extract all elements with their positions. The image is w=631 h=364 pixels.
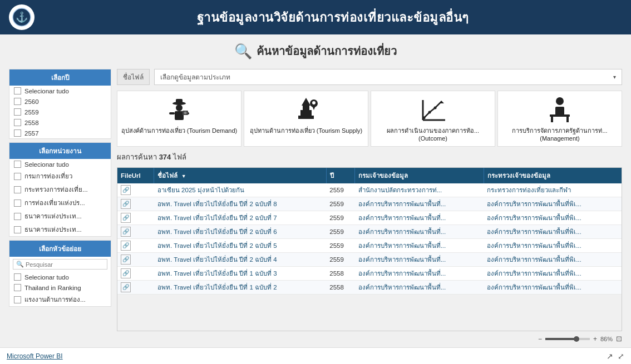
dept-tat[interactable]: การท่องเที่ยวแห่งปร... xyxy=(9,196,111,210)
file-link-icon[interactable]: 🔗 xyxy=(121,241,131,251)
cell-fileurl[interactable]: 🔗 xyxy=(117,266,154,280)
year-2560-checkbox[interactable] xyxy=(14,98,21,105)
category-tourism-demand[interactable]: อุปสงค์ด้านการท่องเที่ยว (Tourism Demand… xyxy=(117,91,241,147)
cell-ministry: องค์การบริหารการพัฒนาพื้นที่พิเ... xyxy=(484,211,622,225)
dept-bank1-label: ธนาคารแห่งประเท... xyxy=(24,211,82,221)
dept-ministry-checkbox[interactable] xyxy=(14,186,21,193)
cell-fileurl[interactable]: 🔗 xyxy=(117,183,154,197)
cell-ministry: กระทรวงการท่องเที่ยวและกีฬา xyxy=(484,183,622,197)
cell-fileurl[interactable]: 🔗 xyxy=(117,197,154,211)
dept-bank1-checkbox[interactable] xyxy=(14,213,21,220)
dept-bank1[interactable]: ธนาคารแห่งประเท... xyxy=(9,210,111,223)
dept-select-all[interactable]: Selecionar tudo xyxy=(9,159,111,169)
dept-bank2-label: ธนาคารแห่งประเท... xyxy=(24,225,82,235)
cell-department: องค์การบริหารการพัฒนาพื้นที่... xyxy=(355,238,484,252)
results-table: FileUrl ชื่อไฟล์ ▼ ปี กรมเจ้าของข้อมูล ก… xyxy=(117,168,622,295)
share-icon[interactable]: ↗ xyxy=(607,352,613,361)
year-2558-checkbox[interactable] xyxy=(14,119,21,126)
year-select-all[interactable]: Selecionar tudo xyxy=(9,86,111,96)
subtopic-select-all-checkbox[interactable] xyxy=(14,273,21,281)
file-link-icon[interactable]: 🔗 xyxy=(121,213,131,223)
year-2557-checkbox[interactable] xyxy=(14,129,21,137)
subtopic-thailand-ranking[interactable]: Thailand in Ranking xyxy=(9,282,111,293)
category-tourism-supply[interactable]: อุปทานด้านการท่องเที่ยว (Tourism Supply) xyxy=(244,91,368,147)
category-management[interactable]: การบริการจัดการภาครัฐด้านการท่... (Manag… xyxy=(497,91,622,147)
year-2557[interactable]: 2557 xyxy=(9,128,111,138)
file-link-icon[interactable]: 🔗 xyxy=(121,185,131,195)
cell-fileurl[interactable]: 🔗 xyxy=(117,211,154,225)
svg-point-23 xyxy=(556,97,564,105)
table-row[interactable]: 🔗 อาเซียน 2025 มุ่งหน้าไปด้วยกัน 2559 สำ… xyxy=(117,183,622,197)
subtopic-labor-checkbox[interactable] xyxy=(14,296,21,303)
subtopic-select-all[interactable]: Selecionar tudo xyxy=(9,272,111,282)
file-link-icon[interactable]: 🔗 xyxy=(121,268,131,278)
year-2559[interactable]: 2559 xyxy=(9,107,111,117)
filename-sort-icon: ▼ xyxy=(181,173,186,179)
cell-filename: อพท. Travel เที่ยวไปให้ยั่งยืน ปีที่ 2 ฉ… xyxy=(154,197,326,211)
dept-ministry-tourism[interactable]: กระทรวงการท่องเที่ย... xyxy=(9,183,111,196)
subtopic-labor[interactable]: แรงงานด้านการท่อง... xyxy=(9,293,111,306)
zoom-slider[interactable] xyxy=(545,338,590,340)
dept-select-all-checkbox[interactable] xyxy=(14,161,21,168)
col-ministry: กระทรวงเจ้าของข้อมูล xyxy=(484,168,622,183)
year-2560[interactable]: 2560 xyxy=(9,96,111,107)
year-section-header: เลือกปี xyxy=(9,69,111,86)
category-cards: อุปสงค์ด้านการท่องเที่ยว (Tourism Demand… xyxy=(117,91,622,147)
table-row[interactable]: 🔗 อพท. Travel เที่ยวไปให้ยั่งยืน ปีที่ 2… xyxy=(117,238,622,252)
col-fileurl: FileUrl xyxy=(117,168,154,183)
powerbi-link[interactable]: Microsoft Power BI xyxy=(7,352,63,360)
subtopic-search-box[interactable]: 🔍 xyxy=(13,259,107,270)
svg-point-21 xyxy=(428,111,431,114)
zoom-handle[interactable] xyxy=(574,336,579,342)
year-2558[interactable]: 2558 xyxy=(9,117,111,128)
table-row[interactable]: 🔗 อพท. Travel เที่ยวไปให้ยั่งยืน ปีที่ 2… xyxy=(117,225,622,238)
subtopic-items: Selecionar tudo Thailand in Ranking แรงง… xyxy=(9,272,111,306)
table-row[interactable]: 🔗 อพท. Travel เที่ยวไปให้ยั่งยืน ปีที่ 2… xyxy=(117,197,622,211)
cell-ministry: องค์การบริหารการพัฒนาพื้นที่พิเ... xyxy=(484,280,622,294)
svg-rect-28 xyxy=(555,111,559,117)
cell-fileurl[interactable]: 🔗 xyxy=(117,238,154,252)
cell-ministry: องค์การบริหารการพัฒนาพื้นที่พิเ... xyxy=(484,225,622,238)
cell-filename: อพท. Travel เที่ยวไปให้ยั่งยืน ปีที่ 1 ฉ… xyxy=(154,266,326,280)
subtopic-search-input[interactable] xyxy=(26,261,104,268)
subtopic-thailand-checkbox[interactable] xyxy=(14,284,21,291)
category-dropdown[interactable]: เลือกดูข้อมูลตามประเภท ▾ xyxy=(154,69,622,85)
dept-bank2[interactable]: ธนาคารแห่งประเท... xyxy=(9,223,111,236)
table-row[interactable]: 🔗 อพท. Travel เที่ยวไปให้ยั่งยืน ปีที่ 2… xyxy=(117,252,622,266)
expand-icon[interactable]: ⤢ xyxy=(618,352,624,361)
year-2559-checkbox[interactable] xyxy=(14,108,21,116)
cell-fileurl[interactable]: 🔗 xyxy=(117,225,154,238)
year-select-all-checkbox[interactable] xyxy=(14,87,21,94)
tourism-supply-icon xyxy=(292,96,321,124)
outcome-label: ผลการดำเนินงานของภาคการท้อ... (Outcome) xyxy=(374,127,491,143)
table-row[interactable]: 🔗 อพท. Travel เที่ยวไปให้ยั่งยืน ปีที่ 1… xyxy=(117,266,622,280)
table-row[interactable]: 🔗 อพท. Travel เที่ยวไปให้ยั่งยืน ปีที่ 1… xyxy=(117,280,622,294)
results-table-container[interactable]: FileUrl ชื่อไฟล์ ▼ ปี กรมเจ้าของข้อมูล ก… xyxy=(117,167,622,331)
table-row[interactable]: 🔗 อพท. Travel เที่ยวไปให้ยั่งยืน ปีที่ 2… xyxy=(117,211,622,225)
svg-rect-6 xyxy=(169,112,175,114)
file-link-icon[interactable]: 🔗 xyxy=(121,227,131,237)
cell-fileurl[interactable]: 🔗 xyxy=(117,280,154,294)
file-link-icon[interactable]: 🔗 xyxy=(121,199,131,209)
dept-tat-label: การท่องเที่ยวแห่งปร... xyxy=(24,198,85,208)
cell-filename: อพท. Travel เที่ยวไปให้ยั่งยืน ปีที่ 1 ฉ… xyxy=(154,280,326,294)
cell-fileurl[interactable]: 🔗 xyxy=(117,252,154,266)
svg-rect-11 xyxy=(303,106,309,110)
cell-filename: อพท. Travel เที่ยวไปให้ยั่งยืน ปีที่ 2 ฉ… xyxy=(154,225,326,238)
dept-tourism-checkbox[interactable] xyxy=(14,173,21,180)
dept-tat-checkbox[interactable] xyxy=(14,200,21,207)
dept-bank2-checkbox[interactable] xyxy=(14,226,21,233)
dept-tourism[interactable]: กรมการท่องเที่ยว xyxy=(9,169,111,183)
cell-year: 2559 xyxy=(326,238,354,252)
category-outcome[interactable]: ผลการดำเนินงานของภาคการท้อ... (Outcome) xyxy=(371,91,495,147)
file-link-icon[interactable]: 🔗 xyxy=(121,282,131,292)
svg-rect-13 xyxy=(298,116,314,119)
zoom-minus[interactable]: − xyxy=(538,335,542,343)
svg-rect-4 xyxy=(175,111,184,120)
fullscreen-icon[interactable]: ⊡ xyxy=(616,335,622,343)
cell-department: องค์การบริหารการพัฒนาพื้นที่... xyxy=(355,197,484,211)
file-link-icon[interactable]: 🔗 xyxy=(121,255,131,265)
zoom-plus[interactable]: + xyxy=(593,335,597,343)
col-filename[interactable]: ชื่อไฟล์ ▼ xyxy=(154,168,326,183)
results-count: 374 xyxy=(159,153,171,161)
